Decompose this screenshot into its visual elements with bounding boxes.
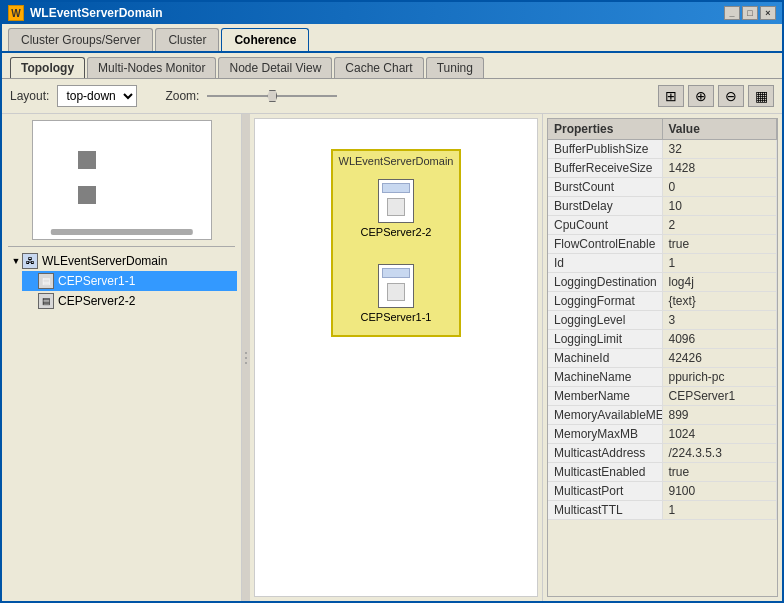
main-window: W WLEventServerDomain _ □ × Cluster Grou… [0, 0, 784, 603]
server-icon-diagram-cep1 [378, 264, 414, 308]
mini-node-1 [78, 151, 96, 169]
tree-label-cep1: CEPServer1-1 [58, 274, 135, 288]
table-row: BurstDelay 10 [548, 197, 777, 216]
prop-value: 10 [663, 197, 778, 215]
prop-value: log4j [663, 273, 778, 291]
prop-value: 1024 [663, 425, 778, 443]
prop-name: MachineName [548, 368, 663, 386]
tree-area[interactable]: ▼ 🖧 WLEventServerDomain ▤ CEPServer1-1 [2, 247, 241, 601]
tree-item-cep2[interactable]: ▤ CEPServer2-2 [22, 291, 237, 311]
prop-value: true [663, 235, 778, 253]
table-row: MemoryMaxMB 1024 [548, 425, 777, 444]
prop-value: CEPServer1 [663, 387, 778, 405]
maximize-button[interactable]: □ [742, 6, 758, 20]
prop-value: 899 [663, 406, 778, 424]
prop-name: MulticastAddress [548, 444, 663, 462]
prop-name: CpuCount [548, 216, 663, 234]
center-panel[interactable]: WLEventServerDomain CEPServer2-2 CEPServ… [254, 118, 538, 597]
table-row: MulticastEnabled true [548, 463, 777, 482]
close-button[interactable]: × [760, 6, 776, 20]
table-row: FlowControlEnable true [548, 235, 777, 254]
prop-rows: BufferPublishSize 32 BufferReceiveSize 1… [548, 140, 777, 520]
table-row: LoggingDestination log4j [548, 273, 777, 292]
prop-name: MulticastPort [548, 482, 663, 500]
prop-value: 2 [663, 216, 778, 234]
prop-name: LoggingDestination [548, 273, 663, 291]
server-node-cep2[interactable]: CEPServer2-2 [337, 171, 455, 246]
prop-value: 1 [663, 501, 778, 519]
table-row: MemoryAvailableME 899 [548, 406, 777, 425]
diagram-area: WLEventServerDomain CEPServer2-2 CEPServ… [255, 119, 537, 596]
mini-map[interactable] [32, 120, 212, 240]
zoom-label: Zoom: [165, 89, 199, 103]
content-area: Topology Multi-Nodes Monitor Node Detail… [2, 53, 782, 601]
tab-multi-nodes[interactable]: Multi-Nodes Monitor [87, 57, 216, 78]
minimize-button[interactable]: _ [724, 6, 740, 20]
table-row: LoggingLevel 3 [548, 311, 777, 330]
tree-arrow-domain: ▼ [10, 255, 22, 267]
prop-name: LoggingLevel [548, 311, 663, 329]
prop-name: LoggingFormat [548, 292, 663, 310]
window-title: WLEventServerDomain [30, 6, 724, 20]
tree-item-cep1[interactable]: ▤ CEPServer1-1 [22, 271, 237, 291]
tab-cluster[interactable]: Cluster [155, 28, 219, 51]
zoom-slider-container [207, 89, 337, 103]
table-row: LoggingFormat {text} [548, 292, 777, 311]
tab-tuning[interactable]: Tuning [426, 57, 484, 78]
table-row: MulticastTTL 1 [548, 501, 777, 520]
prop-value: ppurich-pc [663, 368, 778, 386]
properties-table: Properties Value BufferPublishSize 32 Bu… [547, 118, 778, 597]
prop-header-value: Value [663, 119, 778, 139]
fit-button[interactable]: ⊞ [658, 85, 684, 107]
layout-select[interactable]: top-down left-right radial [57, 85, 137, 107]
server-icon-cep2: ▤ [38, 293, 54, 309]
domain-box-label: WLEventServerDomain [337, 155, 455, 171]
prop-name: BufferPublishSize [548, 140, 663, 158]
resize-handle[interactable] [242, 114, 250, 601]
tree-item-domain[interactable]: ▼ 🖧 WLEventServerDomain [6, 251, 237, 271]
prop-value: 42426 [663, 349, 778, 367]
tree-children: ▤ CEPServer1-1 ▤ CEPServer2-2 [22, 271, 237, 311]
main-tab-bar: Cluster Groups/Server Cluster Coherence [2, 24, 782, 53]
tab-topology[interactable]: Topology [10, 57, 85, 78]
prop-header: Properties Value [548, 119, 777, 140]
body-area: ▼ 🖧 WLEventServerDomain ▤ CEPServer1-1 [2, 114, 782, 601]
table-row: MemberName CEPServer1 [548, 387, 777, 406]
app-icon: W [8, 5, 24, 21]
prop-value: {text} [663, 292, 778, 310]
sub-tab-bar: Topology Multi-Nodes Monitor Node Detail… [2, 53, 782, 79]
tree-label-domain: WLEventServerDomain [42, 254, 167, 268]
prop-value: /224.3.5.3 [663, 444, 778, 462]
mini-node-2 [78, 186, 96, 204]
table-row: LoggingLimit 4096 [548, 330, 777, 349]
tree-label-cep2: CEPServer2-2 [58, 294, 135, 308]
table-row: BufferPublishSize 32 [548, 140, 777, 159]
prop-name: LoggingLimit [548, 330, 663, 348]
mini-scroll[interactable] [50, 229, 192, 235]
zoom-slider[interactable] [207, 89, 337, 103]
table-row: BufferReceiveSize 1428 [548, 159, 777, 178]
table-row: MulticastPort 9100 [548, 482, 777, 501]
prop-value: 1428 [663, 159, 778, 177]
table-row: MachineId 42426 [548, 349, 777, 368]
tab-cache-chart[interactable]: Cache Chart [334, 57, 423, 78]
server-label-cep1: CEPServer1-1 [361, 311, 432, 323]
prop-name: MulticastTTL [548, 501, 663, 519]
grid-button[interactable]: ▦ [748, 85, 774, 107]
layout-label: Layout: [10, 89, 49, 103]
prop-name: BurstDelay [548, 197, 663, 215]
tab-node-detail[interactable]: Node Detail View [218, 57, 332, 78]
zoom-out-button[interactable]: ⊖ [718, 85, 744, 107]
prop-value: true [663, 463, 778, 481]
tab-coherence[interactable]: Coherence [221, 28, 309, 51]
right-panel: Properties Value BufferPublishSize 32 Bu… [542, 114, 782, 601]
zoom-in-button[interactable]: ⊕ [688, 85, 714, 107]
server-node-cep1[interactable]: CEPServer1-1 [337, 256, 455, 331]
table-row: MulticastAddress /224.3.5.3 [548, 444, 777, 463]
prop-value: 0 [663, 178, 778, 196]
tree-arrow-cep2 [26, 295, 38, 307]
tab-cluster-groups[interactable]: Cluster Groups/Server [8, 28, 153, 51]
toolbar-icons: ⊞ ⊕ ⊖ ▦ [658, 85, 774, 107]
tree-arrow-cep1 [26, 275, 38, 287]
title-bar: W WLEventServerDomain _ □ × [2, 2, 782, 24]
